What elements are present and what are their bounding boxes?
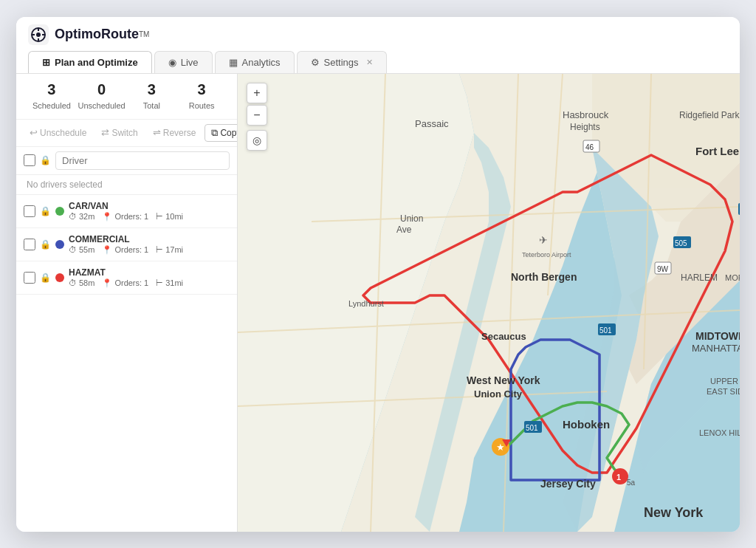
svg-text:Ridgefield Park: Ridgefield Park [679,110,740,120]
app-tm: TM [139,30,149,38]
svg-text:Union City: Union City [474,388,523,400]
hazmat-checkbox[interactable] [24,272,35,284]
driver-lock-icon: 🔒 [40,155,51,165]
carvan-time: ⏱ 32m [69,212,94,221]
carvan-name: CAR/VAN [69,201,230,211]
stat-scheduled: 3 Scheduled [27,81,77,112]
scheduled-label: Scheduled [32,101,71,110]
carvan-checkbox[interactable] [24,205,35,217]
svg-text:Union: Union [400,213,423,224]
hazmat-time: ⏱ 58m [69,278,94,287]
zoom-out-button[interactable]: − [247,105,267,126]
plan-icon: ⊞ [42,57,50,68]
carvan-orders: 📍 Orders: 1 [102,212,148,222]
zoom-in-button[interactable]: + [247,83,267,103]
driver-search-row: 🔒 [16,147,237,175]
route-row[interactable]: 🔒 HAZMAT ⏱ 58m 📍 Orders: 1 [16,261,237,295]
driver-select-all-checkbox[interactable] [24,154,35,166]
svg-text:Teterboro Airport: Teterboro Airport [522,251,571,258]
svg-text:Secaucus: Secaucus [481,331,526,342]
svg-text:UPPER: UPPER [710,377,738,386]
tab-bar: ⊞ Plan and Optimize ◉ Live ▦ Analytics ⚙… [28,51,728,73]
driver-search-input[interactable] [55,151,230,170]
carvan-time-val: 32m [79,212,94,221]
tab-analytics[interactable]: ▦ Analytics [215,51,295,73]
svg-text:New York: New York [644,505,704,520]
svg-text:Hoboken: Hoboken [563,418,610,431]
reverse-button[interactable]: ⇌ Reverse [147,125,202,140]
carvan-distance-val: 10mi [165,212,183,221]
commercial-meta: ⏱ 55m 📍 Orders: 1 ⊢ 17mi [69,245,230,255]
route-row[interactable]: 🔒 CAR/VAN ⏱ 32m 📍 Orders: 1 [16,195,237,228]
tab-live[interactable]: ◉ Live [154,51,213,73]
copy-icon: ⧉ [211,127,218,139]
svg-text:MIDTOWN: MIDTOWN [695,330,740,342]
hazmat-distance-val: 31mi [165,278,183,287]
live-icon: ◉ [168,57,176,68]
switch-button[interactable]: ⇄ Switch [95,125,143,140]
clock-icon: ⏱ [69,212,77,221]
switch-icon: ⇄ [101,127,109,138]
logo-row: OptimoRouteTM [28,24,728,45]
total-count: 3 [127,81,177,98]
svg-text:EAST SIDE: EAST SIDE [707,387,740,396]
settings-icon: ⚙ [311,57,320,68]
unschedule-button[interactable]: ↩ Unschedule [24,125,92,140]
svg-text:Passaic: Passaic [415,118,449,129]
route-row[interactable]: 🔒 COMMERCIAL ⏱ 55m 📍 Orders: 1 [16,228,237,261]
svg-text:Heights: Heights [570,122,600,132]
carvan-info: CAR/VAN ⏱ 32m 📍 Orders: 1 ⊢ [69,201,230,222]
app-name: OptimoRoute [55,27,139,42]
app-window: OptimoRouteTM ⊞ Plan and Optimize ◉ Live… [16,17,740,532]
orders-icon: 📍 [102,212,112,222]
svg-text:Ave: Ave [396,225,412,235]
reverse-label: Reverse [163,128,196,138]
hazmat-name: HAZMAT [69,267,230,278]
switch-label: Switch [111,128,137,138]
copy-button[interactable]: ⧉ Copy [205,124,238,142]
routes-label: Routes [189,101,215,110]
commercial-distance: ⊢ 17mi [156,245,183,255]
svg-text:1: 1 [616,473,621,482]
reverse-icon: ⇌ [153,127,161,138]
routes-count: 3 [176,81,227,98]
analytics-icon: ▦ [229,57,238,68]
header: OptimoRouteTM ⊞ Plan and Optimize ◉ Live… [16,17,740,74]
stat-unscheduled: 0 Unscheduled [77,81,127,112]
hazmat-time-val: 58m [79,278,94,287]
svg-text:MORRISANIA: MORRISANIA [725,273,740,282]
map-area[interactable]: Passaic Hasbrouck Heights Ridgefield Par… [238,74,740,532]
hazmat-meta: ⏱ 58m 📍 Orders: 1 ⊢ 31mi [69,278,230,288]
distance-icon2: ⊢ [156,245,163,255]
stat-total: 3 Total [127,81,177,112]
stat-routes: 3 Routes [176,81,227,112]
unscheduled-count: 0 [77,81,127,98]
svg-text:501: 501 [599,326,612,335]
tab-live-label: Live [181,57,199,68]
svg-text:505: 505 [675,239,687,247]
no-drivers-text: No drivers selected [16,175,237,195]
tab-close-icon[interactable]: ✕ [366,58,373,67]
location-icon: ◎ [252,134,261,146]
tab-plan[interactable]: ⊞ Plan and Optimize [28,51,152,73]
commercial-info: COMMERCIAL ⏱ 55m 📍 Orders: 1 ⊢ [69,234,230,255]
commercial-time-val: 55m [79,245,94,254]
hazmat-orders: 📍 Orders: 1 [102,278,148,288]
route-list: 🔒 CAR/VAN ⏱ 32m 📍 Orders: 1 [16,195,237,532]
commercial-distance-val: 17mi [165,245,183,254]
svg-text:9W: 9W [657,265,669,273]
clock-icon2: ⏱ [69,245,77,254]
carvan-lock-icon: 🔒 [40,206,51,216]
map-controls: + − ◎ [247,83,267,151]
tab-settings[interactable]: ⚙ Settings ✕ [297,51,387,73]
hazmat-orders-val: 1 [144,278,148,287]
distance-icon: ⊢ [156,212,163,222]
location-button[interactable]: ◎ [247,130,267,151]
orders-icon3: 📍 [102,278,112,288]
scheduled-count: 3 [27,81,77,98]
commercial-checkbox[interactable] [24,239,35,250]
hazmat-lock-icon: 🔒 [40,273,51,283]
svg-text:MANHATTAN: MANHATTAN [692,343,740,354]
tab-plan-label: Plan and Optimize [55,57,138,68]
commercial-orders-label: Orders: [114,245,142,254]
